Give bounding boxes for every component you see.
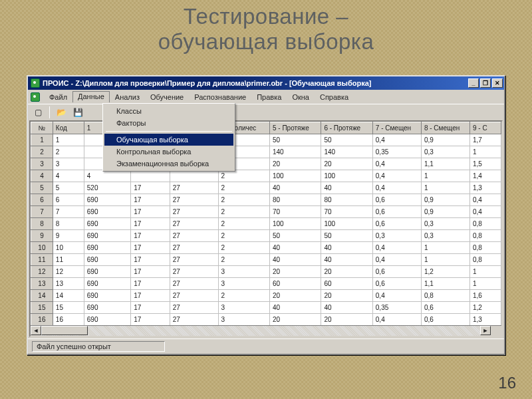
cell[interactable]: 40 — [321, 182, 372, 194]
cell[interactable]: 0,8 — [421, 290, 469, 302]
cell[interactable]: 0,6 — [421, 314, 469, 326]
menu-item-анализ[interactable]: Анализ — [110, 92, 145, 102]
cell[interactable]: 1,1 — [421, 278, 469, 290]
row-header[interactable]: 12 — [31, 266, 53, 278]
cell[interactable]: 17 — [131, 182, 170, 194]
cell[interactable]: 690 — [84, 230, 130, 242]
cell[interactable]: 20 — [321, 266, 372, 278]
table-row[interactable]: 88690172721001000,60,30,8 — [31, 218, 501, 230]
cell[interactable]: 0,9 — [421, 206, 469, 218]
table-row[interactable]: 44421001000,411,4 — [31, 170, 501, 182]
menu-item-файл[interactable]: Файл — [44, 92, 72, 102]
cell[interactable]: 17 — [131, 230, 170, 242]
cell[interactable]: 690 — [84, 314, 130, 326]
cell[interactable]: 1 — [470, 278, 501, 290]
cell[interactable]: 1,7 — [470, 134, 501, 146]
cell[interactable]: 20 — [269, 266, 321, 278]
cell[interactable]: 40 — [269, 242, 321, 254]
cell[interactable]: 0,4 — [372, 158, 421, 170]
minimize-button[interactable]: _ — [468, 78, 479, 88]
cell[interactable]: 690 — [84, 302, 130, 314]
cell[interactable]: 0,6 — [372, 266, 421, 278]
cell[interactable]: 17 — [131, 302, 170, 314]
cell[interactable]: 1 — [53, 134, 84, 146]
cell[interactable]: 27 — [170, 290, 218, 302]
cell[interactable]: 0,8 — [470, 254, 501, 266]
cell[interactable]: 27 — [170, 266, 218, 278]
cell[interactable]: 0,3 — [421, 146, 469, 158]
data-grid[interactable]: №Код12Номер и4 - Количес5 - Протяже6 - П… — [31, 122, 501, 326]
table-row[interactable]: 14146901727220200,40,81,6 — [31, 290, 501, 302]
cell[interactable]: 70 — [269, 206, 321, 218]
row-header[interactable]: 16 — [31, 314, 53, 326]
row-header[interactable]: 6 — [31, 194, 53, 206]
scroll-thumb[interactable] — [41, 326, 88, 335]
cell[interactable]: 0,4 — [372, 182, 421, 194]
menu-option[interactable]: Обучающая выборка — [104, 134, 233, 146]
cell[interactable]: 15 — [53, 302, 84, 314]
cell[interactable]: 1 — [470, 266, 501, 278]
cell[interactable]: 1,1 — [421, 158, 469, 170]
cell[interactable]: 27 — [170, 182, 218, 194]
cell[interactable]: 100 — [321, 170, 372, 182]
cell[interactable]: 80 — [321, 194, 372, 206]
cell[interactable]: 17 — [131, 266, 170, 278]
cell[interactable]: 1,3 — [470, 182, 501, 194]
save-disk-icon[interactable]: 💾 — [70, 106, 85, 119]
cell[interactable]: 17 — [131, 278, 170, 290]
table-row[interactable]: 555201727240400,411,3 — [31, 182, 501, 194]
cell[interactable]: 690 — [84, 218, 130, 230]
cell[interactable]: 690 — [84, 254, 130, 266]
table-row[interactable]: 12126901727320200,61,21 — [31, 266, 501, 278]
cell[interactable]: 27 — [170, 254, 218, 266]
cell[interactable]: 17 — [131, 290, 170, 302]
cell[interactable]: 2 — [218, 290, 269, 302]
row-header[interactable]: 9 — [31, 230, 53, 242]
cell[interactable]: 17 — [131, 242, 170, 254]
cell[interactable]: 1 — [470, 146, 501, 158]
cell[interactable]: 0,8 — [470, 218, 501, 230]
cell[interactable]: 13 — [53, 278, 84, 290]
cell[interactable]: 0,8 — [470, 230, 501, 242]
column-header[interactable]: Код — [53, 122, 84, 134]
column-header[interactable]: 9 - С — [470, 122, 501, 134]
cell[interactable]: 690 — [84, 194, 130, 206]
cell[interactable]: 27 — [170, 194, 218, 206]
table-row[interactable]: 996901727250500,30,30,8 — [31, 230, 501, 242]
cell[interactable]: 60 — [321, 278, 372, 290]
cell[interactable]: 40 — [269, 254, 321, 266]
cell[interactable]: 7 — [53, 206, 84, 218]
cell[interactable]: 140 — [269, 146, 321, 158]
cell[interactable]: 100 — [321, 218, 372, 230]
cell[interactable]: 1,6 — [470, 290, 501, 302]
cell[interactable]: 2 — [218, 182, 269, 194]
table-row[interactable]: 11250500,40,91,7 — [31, 134, 501, 146]
cell[interactable]: 2 — [218, 230, 269, 242]
cell[interactable]: 27 — [170, 242, 218, 254]
cell[interactable]: 1,2 — [470, 302, 501, 314]
app-mini-icon[interactable] — [31, 92, 40, 102]
cell[interactable]: 690 — [84, 278, 130, 290]
cell[interactable]: 0,4 — [372, 242, 421, 254]
menu-option[interactable]: Контрольная выборка — [104, 146, 233, 158]
column-header[interactable]: 6 - Протяже — [321, 122, 372, 134]
menu-option[interactable]: Экзаменационная выборка — [104, 158, 233, 170]
menu-option[interactable]: Классы — [104, 105, 233, 117]
cell[interactable]: 0,9 — [421, 134, 469, 146]
menu-item-данные[interactable]: Данные — [72, 91, 110, 102]
cell[interactable]: 100 — [269, 218, 321, 230]
row-header[interactable]: 13 — [31, 278, 53, 290]
cell[interactable]: 3 — [218, 314, 269, 326]
cell[interactable]: 20 — [269, 158, 321, 170]
table-row[interactable]: 2221401400,350,31 — [31, 146, 501, 158]
cell[interactable]: 27 — [170, 218, 218, 230]
cell[interactable]: 0,9 — [421, 194, 469, 206]
row-header[interactable]: 15 — [31, 302, 53, 314]
cell[interactable]: 40 — [321, 242, 372, 254]
cell[interactable]: 40 — [321, 302, 372, 314]
cell[interactable]: 17 — [131, 254, 170, 266]
row-header[interactable]: 8 — [31, 218, 53, 230]
cell[interactable]: 17 — [131, 194, 170, 206]
cell[interactable]: 70 — [321, 206, 372, 218]
cell[interactable]: 4 — [53, 170, 84, 182]
